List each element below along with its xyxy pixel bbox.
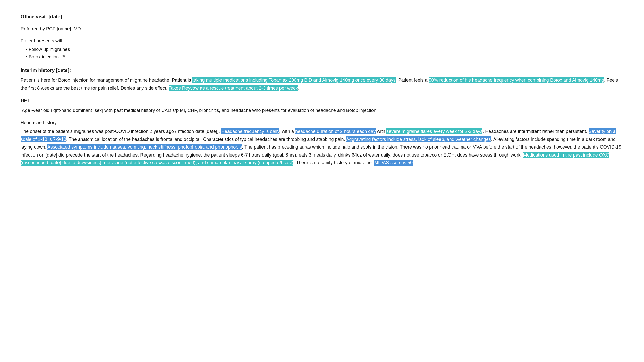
list-item: Botox injection #5 (26, 53, 623, 61)
headache-history-paragraph: The onset of the patient’s migraines was… (21, 127, 623, 167)
interim-text-4: . (298, 85, 299, 91)
headache-highlight-1: Headache frequency is daily (221, 128, 279, 134)
headache-text-1: The onset of the patient’s migraines was… (21, 129, 221, 134)
headache-text-3: with (376, 129, 386, 134)
headache-text-9: . (413, 160, 414, 165)
hpi-title: HPI (21, 97, 623, 104)
interim-history-title: Interim history [date]: (21, 66, 623, 74)
office-visit-title: Office visit: [date] (21, 13, 623, 21)
headache-highlight-3: severe migraine flares every week for 2-… (386, 128, 482, 134)
interim-text-2: . Patient feels a (396, 77, 429, 83)
patient-presents-label: Patient presents with: (21, 37, 623, 45)
hpi-paragraph: [Age]-year old right-hand dominant [sex]… (21, 107, 623, 115)
referred-by: Referred by PCP [name], MD (21, 25, 623, 33)
interim-highlight-1: taking multiple medications including To… (192, 77, 395, 83)
interim-text-1: Patient is here for Botox injection for … (21, 77, 192, 83)
interim-highlight-2: 50% reduction of his headache frequency … (429, 77, 604, 83)
headache-history-label: Headache history: (21, 119, 623, 126)
headache-highlight-5: Aggravating factors include stress, lack… (346, 136, 491, 142)
interim-highlight-3: Takes Reyvow as a rescue treatment about… (169, 85, 298, 91)
interim-history-paragraph: Patient is here for Botox injection for … (21, 76, 623, 92)
headache-text-5: . The anatomical location of the headach… (66, 137, 346, 142)
headache-text-2: , with a (279, 129, 295, 134)
headache-highlight-6: Associated symptoms include nausea, vomi… (47, 144, 242, 150)
list-item: Follow up migraines (26, 46, 623, 53)
headache-text-8: . There is no family history of migraine… (293, 160, 374, 165)
patient-presents-list: Follow up migraines Botox injection #5 (26, 46, 623, 61)
headache-text-4: . Headaches are intermittent rather than… (482, 129, 588, 134)
headache-highlight-2: headache duration of 2 hours each day (295, 128, 376, 134)
headache-highlight-8: MIDAS score is 50 (374, 160, 413, 166)
